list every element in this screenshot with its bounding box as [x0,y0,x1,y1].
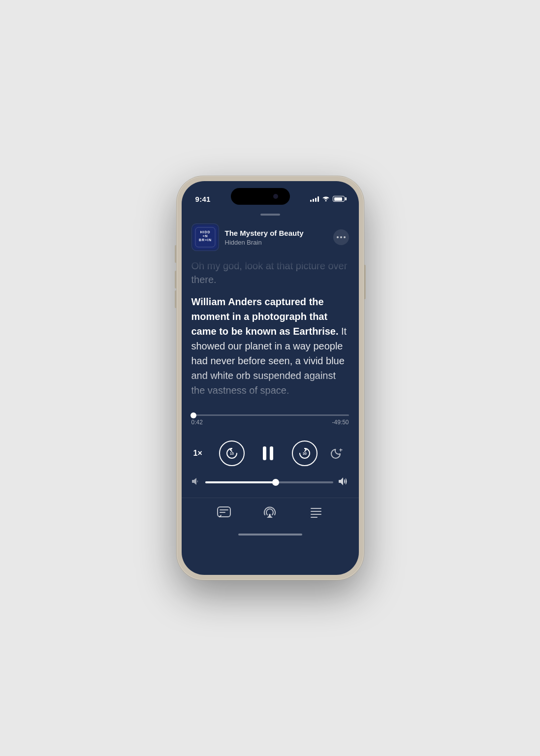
battery-icon [333,196,345,202]
current-time: 0:42 [191,419,203,426]
hidden-brain-logo: HIDD ≡N BR≡IN [193,225,217,249]
airplay-button[interactable] [259,502,281,524]
svg-text:30: 30 [303,452,307,455]
status-time: 9:41 [195,195,211,203]
volume-slider[interactable] [205,481,333,483]
wifi-icon [322,195,330,203]
pause-icon [263,446,273,460]
show-name: Hidden Brain [225,239,333,246]
transcript-button[interactable] [213,502,235,524]
svg-text:BR≡IN: BR≡IN [198,238,211,242]
progress-section: 0:42 -49:50 [182,407,359,430]
progress-bar[interactable] [191,414,349,416]
skip-back-button[interactable]: 15 [219,441,245,466]
scroll-indicator [260,214,280,216]
status-icons [310,195,345,203]
volume-row [182,477,359,498]
transcript-dim-text: Oh my god, look at that picture over the… [191,259,349,286]
transcript-bold-text: William Anders captured the moment in a … [191,296,339,337]
svg-text:15: 15 [230,452,234,455]
remaining-time: -49:50 [332,419,349,426]
home-indicator [238,534,302,536]
volume-high-icon [338,477,349,488]
volume-low-icon [191,477,200,487]
status-bar: 9:41 [182,181,359,214]
transcript-container: Oh my god, look at that picture over the… [182,259,359,407]
volume-fill [205,481,276,483]
sleep-timer-button[interactable] [325,442,347,464]
queue-button[interactable] [305,502,327,524]
signal-bars-icon [310,196,319,202]
progress-handle[interactable] [191,412,196,418]
phone-frame: 9:41 [177,176,364,580]
podcast-info: The Mystery of Beauty Hidden Brain [225,229,333,246]
volume-handle[interactable] [272,479,279,486]
podcast-header: HIDD ≡N BR≡IN The Mystery of Beauty Hidd… [182,223,359,259]
svg-text:≡N: ≡N [202,234,208,238]
queue-list-icon [309,506,323,519]
podcast-artwork: HIDD ≡N BR≡IN [191,223,219,251]
sleep-timer-icon [329,446,343,460]
pause-bar-left [263,446,266,460]
pause-button[interactable] [253,438,284,469]
more-dots-icon [337,236,346,238]
bottom-toolbar [182,498,359,532]
skip-forward-button[interactable]: 30 [292,441,318,466]
dynamic-island [231,188,290,205]
controls-row: 1× 15 30 [182,430,359,477]
speed-button[interactable]: 1× [193,449,211,458]
airplay-icon [262,506,277,520]
transcript-area[interactable]: Oh my god, look at that picture over the… [182,259,359,407]
svg-text:HIDD: HIDD [200,230,210,234]
progress-times: 0:42 -49:50 [191,419,349,426]
pause-bar-right [270,446,273,460]
episode-title: The Mystery of Beauty [225,229,333,238]
more-options-button[interactable] [333,229,349,245]
transcript-active-text: William Anders captured the moment in a … [191,294,349,398]
skip-back-icon: 15 [225,446,239,460]
skip-forward-icon: 30 [298,446,312,460]
phone-screen: 9:41 [182,181,359,575]
chat-bubble-icon [217,506,231,520]
